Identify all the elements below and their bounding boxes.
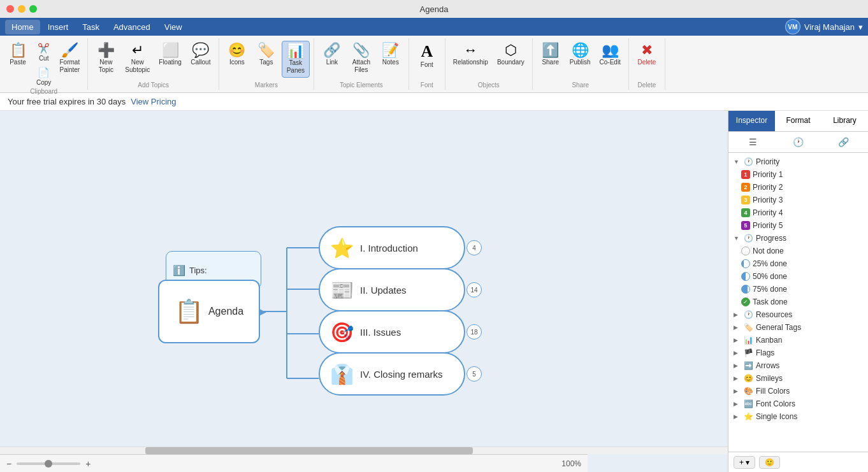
zoom-slider[interactable] <box>17 462 80 465</box>
inspector-clock-icon[interactable]: 🕐 <box>776 134 820 150</box>
tab-inspector[interactable]: Inspector <box>728 111 775 131</box>
emoji-button[interactable]: 🙂 <box>759 456 780 469</box>
canvas[interactable]: ℹ️ Tips: 📋 📋 Agenda ▶ ⭐ I. Introduction … <box>0 111 728 472</box>
tab-library[interactable]: Library <box>821 111 868 131</box>
menu-item-task[interactable]: Task <box>76 20 106 34</box>
new-topic-button[interactable]: ➕ NewTopic <box>92 41 120 76</box>
maximize-button[interactable] <box>29 5 37 13</box>
menu-item-advanced[interactable]: Advanced <box>107 20 157 34</box>
icons-button[interactable]: 😊 Icons <box>223 41 251 69</box>
paste-button[interactable]: 📋 Paste <box>4 41 32 69</box>
floating-button[interactable]: ⬜ Floating <box>155 41 185 69</box>
font-colors-group[interactable]: ▶ 🔤 Font Colors <box>728 397 868 410</box>
callout-button[interactable]: 💬 Callout <box>187 41 215 69</box>
boundary-icon: ⬡ <box>505 43 517 57</box>
priority-2-item[interactable]: 2 Priority 2 <box>728 181 868 194</box>
attach-files-button[interactable]: 📎 AttachFiles <box>347 41 375 76</box>
node-issues[interactable]: 🎯 III. Issues 18 <box>319 310 465 354</box>
progress-chevron: ▼ <box>734 235 741 241</box>
new-subtopic-icon: ↵ <box>132 43 143 57</box>
fill-colors-group[interactable]: ▶ 🎨 Fill Colors <box>728 385 868 397</box>
view-pricing-link[interactable]: View Pricing <box>131 97 176 106</box>
kanban-icon: 📊 <box>744 336 753 345</box>
close-button[interactable] <box>6 5 14 13</box>
minimize-button[interactable] <box>18 5 25 13</box>
link-button[interactable]: 🔗 Link <box>318 41 346 69</box>
cut-button[interactable]: ✂️ Cut <box>33 41 54 64</box>
75-done-label: 75% done <box>753 285 787 294</box>
tags-button[interactable]: 🏷️ Tags <box>252 41 280 69</box>
menu-item-insert[interactable]: Insert <box>41 20 75 34</box>
new-subtopic-button[interactable]: ↵ NewSubtopic <box>121 41 154 76</box>
toolbar-group-objects: ↔️ Relationship ⬡ Boundary Objects <box>445 38 533 90</box>
node-updates[interactable]: 📰 II. Updates 14 <box>319 268 465 311</box>
user-chevron-icon: ▾ <box>858 22 863 32</box>
not-done-item[interactable]: Not done <box>728 245 868 257</box>
copy-button[interactable]: 📄 Copy <box>33 65 54 88</box>
link-icon: 🔗 <box>323 43 340 57</box>
horizontal-scrollbar[interactable] <box>0 447 728 454</box>
add-inspector-button[interactable]: + ▾ <box>734 456 755 469</box>
kanban-chevron: ▶ <box>734 337 741 343</box>
delete-button[interactable]: ✖ Delete <box>633 41 661 69</box>
25-done-item[interactable]: 25% done <box>728 257 868 270</box>
inspector-panel: Inspector Format Library ☰ 🕐 🔗 ▼ 🕐 Prior… <box>728 111 868 472</box>
zoom-plus-icon[interactable]: + <box>85 459 90 469</box>
node-introduction[interactable]: ⭐ I. Introduction 4 <box>319 226 465 269</box>
progress-group-label: Progress <box>756 234 786 243</box>
priority-5-item[interactable]: 5 Priority 5 <box>728 219 868 232</box>
user-name: Viraj Mahajan <box>804 22 855 32</box>
tree-progress-group[interactable]: ▼ 🕐 Progress <box>728 232 868 245</box>
arrows-group[interactable]: ▶ ➡️ Arrows <box>728 359 868 372</box>
50-done-item[interactable]: 50% done <box>728 270 868 283</box>
menu-bar: Home Insert Task Advanced View VM Viraj … <box>0 18 868 36</box>
kanban-group[interactable]: ▶ 📊 Kanban <box>728 334 868 347</box>
task-done-circle: ✓ <box>741 297 750 306</box>
fill-colors-icon: 🎨 <box>744 387 753 396</box>
menu-item-home[interactable]: Home <box>5 20 40 34</box>
priority-1-item[interactable]: 1 Priority 1 <box>728 168 868 181</box>
priority-4-item[interactable]: 4 Priority 4 <box>728 206 868 219</box>
single-icons-group[interactable]: ▶ ⭐ Single Icons <box>728 410 868 423</box>
flags-group[interactable]: ▶ 🏴 Flags <box>728 347 868 359</box>
share-button[interactable]: ⬆️ Share <box>537 41 565 69</box>
user-badge[interactable]: VM Viraj Mahajan ▾ <box>785 19 863 34</box>
updates-label: II. Updates <box>360 285 407 296</box>
closing-label: IV. Closing remarks <box>360 369 443 380</box>
updates-badge: 14 <box>467 282 482 297</box>
arrows-icon: ➡️ <box>744 361 753 370</box>
notes-button[interactable]: 📝 Notes <box>377 41 405 69</box>
priority-clock-icon: 🕐 <box>744 157 753 166</box>
75-done-item[interactable]: 75% done <box>728 283 868 296</box>
paste-icon: 📋 <box>10 43 27 57</box>
font-button[interactable]: A Font <box>413 41 441 71</box>
task-done-item[interactable]: ✓ Task done <box>728 296 868 308</box>
priority-3-item[interactable]: 3 Priority 3 <box>728 194 868 206</box>
task-panes-button[interactable]: 📊 TaskPanes <box>282 41 310 78</box>
resources-group[interactable]: ▶ 🕐 Resources <box>728 308 868 321</box>
p4-badge: 4 <box>741 208 750 217</box>
cut-icon: ✂️ <box>38 43 50 54</box>
issues-badge: 18 <box>467 324 482 340</box>
inspector-link-icon[interactable]: 🔗 <box>821 134 865 150</box>
smileys-icon: 😊 <box>744 374 753 383</box>
icons-icon: 😊 <box>228 43 245 57</box>
inspector-list-icon[interactable]: ☰ <box>731 134 775 150</box>
boundary-button[interactable]: ⬡ Boundary <box>493 41 528 69</box>
tab-format[interactable]: Format <box>775 111 821 131</box>
general-tags-group[interactable]: ▶ 🏷️ General Tags <box>728 321 868 334</box>
co-edit-button[interactable]: 👥 Co-Edit <box>596 41 625 69</box>
relationship-button[interactable]: ↔️ Relationship <box>449 41 492 69</box>
menu-item-view[interactable]: View <box>158 20 189 34</box>
tree-priority-group[interactable]: ▼ 🕐 Priority <box>728 155 868 168</box>
general-tags-icon: 🏷️ <box>744 323 753 332</box>
inspector-icon-row: ☰ 🕐 🔗 <box>728 132 868 153</box>
smileys-group[interactable]: ▶ 😊 Smileys <box>728 372 868 385</box>
publish-button[interactable]: 🌐 Publish <box>566 41 595 69</box>
zoom-minus-icon[interactable]: − <box>6 459 11 469</box>
node-closing[interactable]: 👔 IV. Closing remarks 5 <box>319 352 465 396</box>
arrows-label: Arrows <box>756 361 779 370</box>
main-node[interactable]: 📋 Agenda ▶ <box>158 280 260 343</box>
objects-label: Objects <box>478 82 500 90</box>
format-painter-button[interactable]: 🖌️ FormatPainter <box>55 41 83 76</box>
